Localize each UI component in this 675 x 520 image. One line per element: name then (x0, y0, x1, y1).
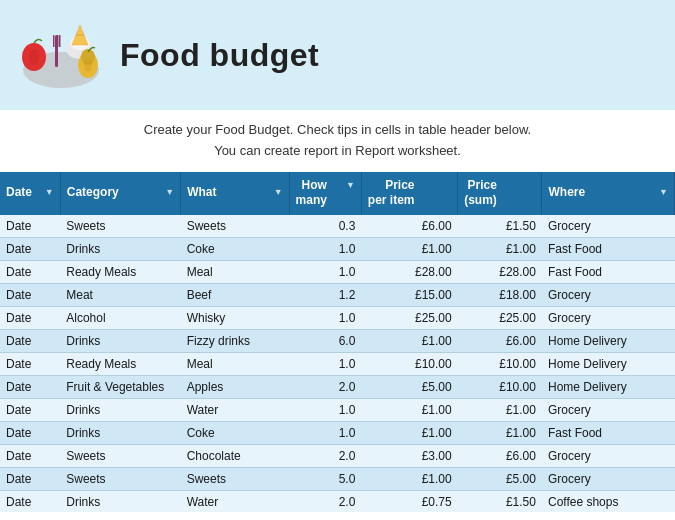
cell-howmany: 0.3 (289, 215, 361, 238)
cell-price_sum: £10.00 (458, 352, 542, 375)
cell-price_item: £15.00 (361, 283, 457, 306)
cell-category: Sweets (60, 467, 180, 490)
cell-category: Fruit & Vegetables (60, 375, 180, 398)
cell-price_item: £28.00 (361, 260, 457, 283)
cell-category: Alcohol (60, 306, 180, 329)
cell-where: Grocery (542, 398, 675, 421)
cell-where: Coffee shops (542, 490, 675, 511)
col-header-howmany[interactable]: Howmany ▼ (289, 172, 361, 215)
col-header-category[interactable]: Category ▼ (60, 172, 180, 215)
cell-price_sum: £1.50 (458, 490, 542, 511)
cell-price_item: £1.00 (361, 237, 457, 260)
cell-price_sum: £1.00 (458, 421, 542, 444)
cell-date: Date (0, 237, 60, 260)
cell-price_item: £1.00 (361, 421, 457, 444)
cell-date: Date (0, 260, 60, 283)
cell-what: Sweets (181, 215, 289, 238)
table-row: DateSweetsChocolate2.0£3.00£6.00Grocery (0, 444, 675, 467)
cell-price_sum: £1.00 (458, 398, 542, 421)
cell-category: Drinks (60, 490, 180, 511)
cell-date: Date (0, 421, 60, 444)
cell-price_item: £25.00 (361, 306, 457, 329)
cell-price_sum: £25.00 (458, 306, 542, 329)
table-row: DateReady MealsMeal1.0£28.00£28.00Fast F… (0, 260, 675, 283)
cell-category: Sweets (60, 215, 180, 238)
table-row: DateDrinksCoke1.0£1.00£1.00Fast Food (0, 421, 675, 444)
cell-what: Water (181, 490, 289, 511)
page-title: Food budget (120, 37, 319, 73)
date-dropdown-icon[interactable]: ▼ (45, 187, 54, 197)
cell-where: Grocery (542, 467, 675, 490)
cell-category: Drinks (60, 329, 180, 352)
svg-point-11 (84, 58, 92, 72)
col-header-where[interactable]: Where ▼ (542, 172, 675, 215)
cell-howmany: 6.0 (289, 329, 361, 352)
table-row: DateDrinksFizzy drinks6.0£1.00£6.00Home … (0, 329, 675, 352)
cell-price_sum: £5.00 (458, 467, 542, 490)
cell-where: Fast Food (542, 260, 675, 283)
cell-what: Sweets (181, 467, 289, 490)
category-dropdown-icon[interactable]: ▼ (165, 187, 174, 197)
cell-howmany: 1.0 (289, 237, 361, 260)
cell-date: Date (0, 283, 60, 306)
cell-price_item: £10.00 (361, 352, 457, 375)
cell-howmany: 1.0 (289, 398, 361, 421)
cell-what: Water (181, 398, 289, 421)
cell-what: Coke (181, 237, 289, 260)
table-container: Date ▼ Category ▼ What ▼ (0, 172, 675, 512)
howmany-dropdown-icon[interactable]: ▼ (346, 180, 355, 190)
svg-rect-6 (59, 35, 61, 47)
cell-date: Date (0, 444, 60, 467)
cell-where: Home Delivery (542, 375, 675, 398)
cell-howmany: 2.0 (289, 490, 361, 511)
table-row: DateMeatBeef1.2£15.00£18.00Grocery (0, 283, 675, 306)
cell-where: Fast Food (542, 237, 675, 260)
cell-date: Date (0, 375, 60, 398)
cell-price_item: £3.00 (361, 444, 457, 467)
svg-rect-5 (57, 35, 59, 47)
cell-category: Meat (60, 283, 180, 306)
cell-category: Drinks (60, 421, 180, 444)
cell-what: Fizzy drinks (181, 329, 289, 352)
table-header-row: Date ▼ Category ▼ What ▼ (0, 172, 675, 215)
cell-price_item: £1.00 (361, 329, 457, 352)
cell-howmany: 1.0 (289, 421, 361, 444)
table-row: DateSweetsSweets0.3£6.00£1.50Grocery (0, 215, 675, 238)
header-title-text: Food budget (120, 37, 319, 74)
where-dropdown-icon[interactable]: ▼ (659, 187, 668, 197)
col-header-date[interactable]: Date ▼ (0, 172, 60, 215)
cell-category: Ready Meals (60, 260, 180, 283)
food-icon (16, 15, 106, 95)
cell-price_item: £5.00 (361, 375, 457, 398)
cell-what: Meal (181, 260, 289, 283)
what-dropdown-icon[interactable]: ▼ (274, 187, 283, 197)
table-row: DateDrinksCoke1.0£1.00£1.00Fast Food (0, 237, 675, 260)
cell-howmany: 1.0 (289, 306, 361, 329)
cell-price_item: £1.00 (361, 467, 457, 490)
cell-where: Grocery (542, 283, 675, 306)
cell-howmany: 5.0 (289, 467, 361, 490)
cell-price_sum: £28.00 (458, 260, 542, 283)
cell-price_sum: £1.50 (458, 215, 542, 238)
cell-price_sum: £6.00 (458, 444, 542, 467)
cell-date: Date (0, 352, 60, 375)
table-row: DateSweetsSweets5.0£1.00£5.00Grocery (0, 467, 675, 490)
table-row: DateDrinksWater1.0£1.00£1.00Grocery (0, 398, 675, 421)
cell-what: Beef (181, 283, 289, 306)
cell-what: Chocolate (181, 444, 289, 467)
svg-rect-4 (53, 35, 55, 47)
cell-price_sum: £6.00 (458, 329, 542, 352)
cell-where: Grocery (542, 444, 675, 467)
cell-date: Date (0, 329, 60, 352)
col-header-what[interactable]: What ▼ (181, 172, 289, 215)
table-row: DateDrinksWater2.0£0.75£1.50Coffee shops (0, 490, 675, 511)
cell-where: Home Delivery (542, 352, 675, 375)
cell-category: Sweets (60, 444, 180, 467)
cell-what: Coke (181, 421, 289, 444)
cell-where: Home Delivery (542, 329, 675, 352)
cell-date: Date (0, 467, 60, 490)
cell-what: Apples (181, 375, 289, 398)
cell-category: Drinks (60, 237, 180, 260)
cell-price_sum: £10.00 (458, 375, 542, 398)
table-row: DateReady MealsMeal1.0£10.00£10.00Home D… (0, 352, 675, 375)
